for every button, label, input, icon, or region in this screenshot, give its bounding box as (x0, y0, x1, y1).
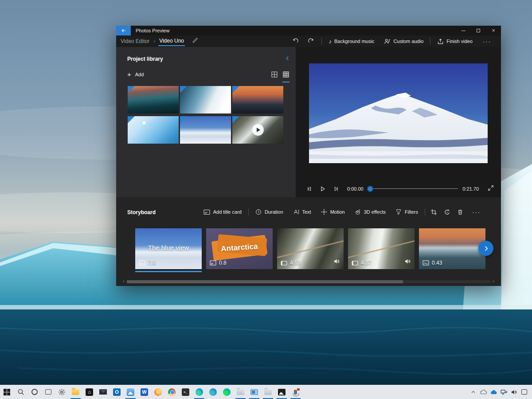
terminal-button[interactable]: >_ (179, 385, 192, 399)
effects-label: 3D effects (364, 209, 386, 215)
rename-project-button[interactable] (192, 37, 198, 45)
previous-frame-button[interactable] (303, 186, 316, 192)
folder-icon (264, 389, 272, 395)
recorder-button[interactable] (289, 385, 302, 399)
effects-button[interactable]: 3D effects (350, 205, 391, 219)
rotate-icon (444, 209, 450, 215)
app-window-button[interactable] (247, 385, 261, 399)
storyboard-clip-3[interactable]: 4.63 (277, 228, 344, 269)
outlook-button[interactable]: O (110, 385, 124, 399)
library-thumbnail-iceberg-orange-sunset[interactable] (232, 86, 283, 113)
custom-audio-button[interactable]: Custom audio (379, 35, 428, 47)
storyboard-clip-1[interactable]: The blue view 7.0 (135, 228, 202, 269)
library-thumbnail-snow-mountain[interactable] (180, 116, 231, 144)
search-button[interactable] (14, 385, 27, 399)
scroll-right-arrow[interactable]: › (490, 279, 497, 284)
library-thumbnail-iceberg-teal-sunset[interactable] (128, 86, 179, 113)
next-frame-button[interactable] (329, 186, 343, 192)
library-thumbnail-waterfall-video[interactable] (232, 116, 283, 144)
edge-beta-icon (209, 388, 217, 396)
chrome-button[interactable] (165, 385, 179, 399)
background-music-button[interactable]: ♪ Background music (324, 35, 379, 47)
duration-button[interactable]: Duration (250, 205, 288, 219)
close-button[interactable]: × (486, 26, 501, 35)
title-bar[interactable]: Photos Preview × (116, 26, 501, 35)
clip-1-duration: 7.0 (148, 260, 156, 266)
maximize-button[interactable] (471, 26, 486, 35)
video-icon (352, 261, 358, 266)
add-media-button[interactable]: + Add (127, 71, 144, 78)
start-button[interactable] (0, 385, 14, 399)
scrollbar-thumb[interactable] (127, 280, 403, 283)
cortana-button[interactable] (27, 385, 41, 399)
network-button[interactable] (499, 385, 509, 399)
filters-button[interactable]: Filters (391, 205, 423, 219)
crop-button[interactable] (427, 205, 440, 219)
edge-canary-button[interactable] (220, 385, 234, 399)
small-grid-view-button[interactable] (282, 71, 289, 82)
word-button[interactable]: W (137, 385, 151, 399)
fullscreen-button[interactable] (488, 185, 494, 193)
main-content: Project library + Add (116, 47, 501, 197)
folder-window-2-button[interactable] (261, 385, 275, 399)
title-card-icon (203, 209, 210, 215)
onedrive-business-button[interactable] (489, 385, 499, 399)
seek-thumb[interactable] (367, 186, 373, 192)
storyboard-more-button[interactable]: ··· (467, 209, 486, 215)
taskbar: ⌂ O W >_ (0, 385, 532, 399)
back-button[interactable] (116, 26, 131, 35)
action-center-button[interactable] (519, 385, 529, 399)
redo-button[interactable] (303, 35, 320, 47)
scrollbar-track[interactable] (127, 280, 490, 283)
see-more-button[interactable]: ··· (477, 38, 497, 45)
video-preview[interactable] (309, 63, 488, 163)
onedrive-personal-button[interactable] (478, 385, 489, 399)
edge-beta-button[interactable] (206, 385, 220, 399)
storyboard-clip-4[interactable]: 4.37 (348, 228, 415, 269)
photos-icon (127, 388, 134, 396)
add-title-card-button[interactable]: Add title card (199, 205, 246, 219)
folder-window-button[interactable] (234, 385, 247, 399)
photos-app-window: Photos Preview × Video Editor › Video Un… (116, 26, 501, 286)
clip-3-duration-badge: 4.63 (281, 260, 300, 266)
library-thumbnail-blue-slope[interactable] (128, 116, 179, 144)
seek-slider[interactable] (368, 186, 458, 192)
scroll-left-arrow[interactable]: ‹ (121, 279, 127, 284)
clip-4-volume-icon[interactable] (404, 258, 411, 266)
edge-button[interactable] (192, 385, 206, 399)
project-library-panel: Project library + Add (116, 47, 296, 197)
mail-button[interactable] (96, 385, 110, 399)
storyboard-clip-2[interactable]: Antarctica 0.8 (206, 228, 273, 269)
large-grid-view-button[interactable] (271, 71, 278, 82)
finish-video-button[interactable]: Finish video (432, 35, 477, 47)
cloud-outline-icon (480, 390, 487, 395)
grid-2x2-icon (271, 71, 278, 78)
mountain-preview-frame (309, 63, 488, 163)
show-hidden-icons-button[interactable] (468, 385, 478, 399)
microsoft-store-button[interactable]: ⌂ (82, 385, 96, 399)
breadcrumb-video-editor[interactable]: Video Editor (121, 38, 149, 44)
photos-button[interactable] (124, 385, 137, 399)
image-viewer-button[interactable] (275, 385, 289, 399)
clip-3-volume-icon[interactable] (333, 258, 340, 266)
scroll-next-clips-button[interactable] (478, 241, 493, 256)
rotate-button[interactable] (440, 205, 454, 219)
volume-button[interactable] (509, 385, 519, 399)
file-explorer-button[interactable] (69, 385, 82, 399)
text-label: Text (302, 209, 311, 215)
delete-button[interactable] (454, 205, 467, 219)
minimize-button[interactable] (456, 26, 471, 35)
firefox-button[interactable] (151, 385, 165, 399)
undo-button[interactable] (287, 35, 303, 47)
redo-icon (308, 38, 315, 45)
settings-button[interactable] (55, 385, 69, 399)
breadcrumb-project-name[interactable]: Video Uno (159, 38, 184, 45)
collapse-library-button[interactable] (285, 55, 290, 63)
text-button[interactable]: Text (288, 205, 316, 219)
add-label: Add (135, 72, 144, 77)
library-thumbnail-iceberg-wall[interactable] (180, 86, 231, 113)
task-view-button[interactable] (41, 385, 55, 399)
storyboard-clip-5[interactable]: 0.43 (419, 228, 485, 269)
motion-button[interactable]: Motion (316, 205, 350, 219)
play-button[interactable] (316, 186, 329, 192)
